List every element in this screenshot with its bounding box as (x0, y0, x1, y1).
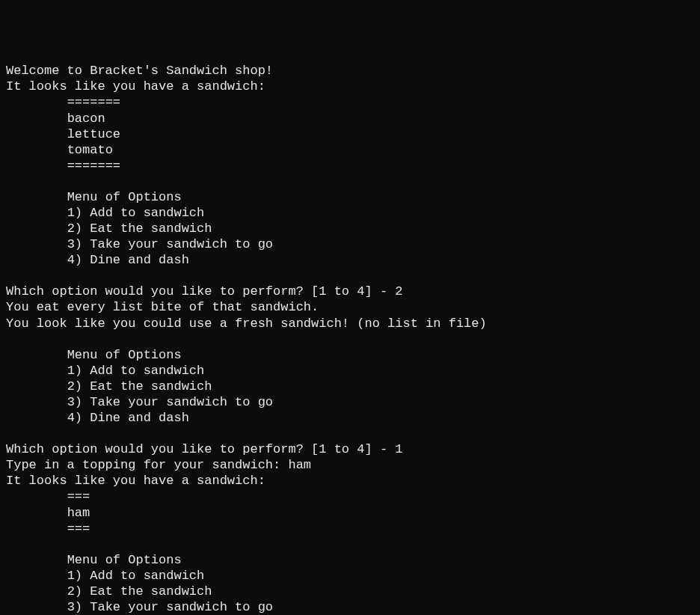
indent (6, 521, 67, 536)
indent (6, 221, 67, 236)
menu-option-3: 3) Take your sandwich to go (67, 237, 273, 251)
indent (6, 127, 67, 141)
menu-option-4: 4) Dine and dash (67, 411, 189, 425)
indent (6, 569, 67, 583)
indent (6, 348, 67, 362)
sandwich-topping: ham (67, 506, 90, 520)
menu-option-3: 3) Take your sandwich to go (67, 395, 273, 409)
user-input[interactable]: ham (288, 458, 311, 472)
indent (6, 584, 67, 599)
menu-option-1: 1) Add to sandwich (67, 364, 205, 378)
indent (6, 379, 67, 394)
have-sandwich-line: It looks like you have a sandwich: (6, 79, 265, 94)
menu-header: Menu of Options (67, 553, 182, 567)
have-sandwich-line: It looks like you have a sandwich: (6, 474, 265, 488)
indent (6, 159, 67, 173)
menu-option-4: 4) Dine and dash (67, 253, 189, 267)
indent (6, 411, 67, 425)
sandwich-border-bottom: === (67, 521, 90, 536)
indent (6, 190, 67, 204)
welcome-line: Welcome to Bracket's Sandwich shop! (6, 64, 273, 78)
option-prompt: Which option would you like to perform? … (6, 442, 395, 456)
user-input[interactable]: 2 (395, 284, 402, 299)
menu-option-2: 2) Eat the sandwich (67, 221, 212, 236)
indent (6, 489, 67, 504)
indent (6, 206, 67, 220)
menu-option-1: 1) Add to sandwich (67, 206, 205, 220)
menu-option-2: 2) Eat the sandwich (67, 379, 212, 394)
fresh-message: You look like you could use a fresh sand… (6, 316, 487, 331)
topping-prompt: Type in a topping for your sandwich: (6, 458, 288, 472)
indent (6, 111, 67, 126)
sandwich-topping: lettuce (67, 127, 120, 141)
sandwich-topping: bacon (67, 111, 105, 126)
menu-option-2: 2) Eat the sandwich (67, 584, 212, 599)
menu-header: Menu of Options (67, 348, 182, 362)
terminal-output: Welcome to Bracket's Sandwich shop! It l… (6, 63, 694, 615)
indent (6, 395, 67, 409)
sandwich-border-bottom: ======= (67, 159, 120, 173)
indent (6, 506, 67, 520)
indent (6, 143, 67, 157)
indent (6, 553, 67, 567)
indent (6, 253, 67, 267)
sandwich-border-top: === (67, 489, 90, 504)
indent (6, 237, 67, 251)
eat-message: You eat every list bite of that sandwich… (6, 300, 319, 314)
indent (6, 95, 67, 109)
menu-option-3: 3) Take your sandwich to go (67, 600, 273, 614)
menu-option-1: 1) Add to sandwich (67, 569, 205, 583)
menu-header: Menu of Options (67, 190, 182, 204)
sandwich-border-top: ======= (67, 95, 120, 109)
indent (6, 600, 67, 614)
user-input[interactable]: 1 (395, 442, 402, 456)
sandwich-topping: tomato (67, 143, 113, 157)
indent (6, 364, 67, 378)
option-prompt: Which option would you like to perform? … (6, 284, 395, 299)
